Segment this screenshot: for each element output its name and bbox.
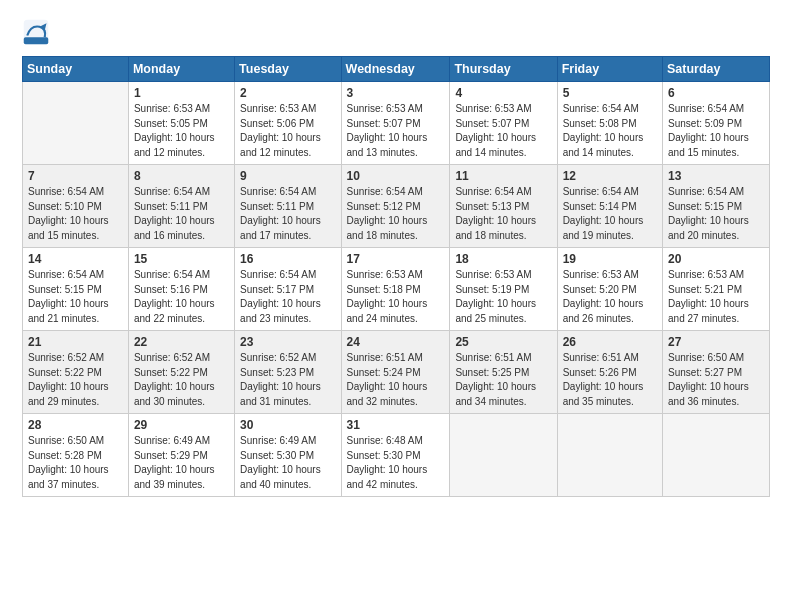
- calendar-cell: 25Sunrise: 6:51 AMSunset: 5:25 PMDayligh…: [450, 331, 557, 414]
- day-info: Sunrise: 6:54 AMSunset: 5:12 PMDaylight:…: [347, 185, 445, 243]
- day-number: 31: [347, 418, 445, 432]
- calendar-cell: 14Sunrise: 6:54 AMSunset: 5:15 PMDayligh…: [23, 248, 129, 331]
- day-info: Sunrise: 6:52 AMSunset: 5:23 PMDaylight:…: [240, 351, 335, 409]
- day-number: 2: [240, 86, 335, 100]
- calendar-cell: 8Sunrise: 6:54 AMSunset: 5:11 PMDaylight…: [128, 165, 234, 248]
- day-info: Sunrise: 6:53 AMSunset: 5:07 PMDaylight:…: [455, 102, 551, 160]
- day-number: 19: [563, 252, 657, 266]
- calendar-header-monday: Monday: [128, 57, 234, 82]
- calendar-header-row: SundayMondayTuesdayWednesdayThursdayFrid…: [23, 57, 770, 82]
- calendar-week-4: 21Sunrise: 6:52 AMSunset: 5:22 PMDayligh…: [23, 331, 770, 414]
- day-info: Sunrise: 6:52 AMSunset: 5:22 PMDaylight:…: [134, 351, 229, 409]
- day-number: 9: [240, 169, 335, 183]
- day-number: 6: [668, 86, 764, 100]
- calendar-cell: 6Sunrise: 6:54 AMSunset: 5:09 PMDaylight…: [663, 82, 770, 165]
- day-info: Sunrise: 6:54 AMSunset: 5:14 PMDaylight:…: [563, 185, 657, 243]
- calendar-cell: 29Sunrise: 6:49 AMSunset: 5:29 PMDayligh…: [128, 414, 234, 497]
- day-info: Sunrise: 6:53 AMSunset: 5:07 PMDaylight:…: [347, 102, 445, 160]
- day-info: Sunrise: 6:53 AMSunset: 5:21 PMDaylight:…: [668, 268, 764, 326]
- day-number: 22: [134, 335, 229, 349]
- calendar-cell: 7Sunrise: 6:54 AMSunset: 5:10 PMDaylight…: [23, 165, 129, 248]
- day-info: Sunrise: 6:50 AMSunset: 5:28 PMDaylight:…: [28, 434, 123, 492]
- calendar-cell: 21Sunrise: 6:52 AMSunset: 5:22 PMDayligh…: [23, 331, 129, 414]
- day-number: 27: [668, 335, 764, 349]
- day-info: Sunrise: 6:53 AMSunset: 5:20 PMDaylight:…: [563, 268, 657, 326]
- calendar-cell: 24Sunrise: 6:51 AMSunset: 5:24 PMDayligh…: [341, 331, 450, 414]
- day-number: 11: [455, 169, 551, 183]
- day-info: Sunrise: 6:53 AMSunset: 5:19 PMDaylight:…: [455, 268, 551, 326]
- day-info: Sunrise: 6:50 AMSunset: 5:27 PMDaylight:…: [668, 351, 764, 409]
- calendar-cell: 22Sunrise: 6:52 AMSunset: 5:22 PMDayligh…: [128, 331, 234, 414]
- calendar-header-sunday: Sunday: [23, 57, 129, 82]
- calendar-cell: 9Sunrise: 6:54 AMSunset: 5:11 PMDaylight…: [235, 165, 341, 248]
- page: SundayMondayTuesdayWednesdayThursdayFrid…: [0, 0, 792, 612]
- calendar-cell: 23Sunrise: 6:52 AMSunset: 5:23 PMDayligh…: [235, 331, 341, 414]
- calendar-cell: 1Sunrise: 6:53 AMSunset: 5:05 PMDaylight…: [128, 82, 234, 165]
- day-number: 8: [134, 169, 229, 183]
- day-info: Sunrise: 6:49 AMSunset: 5:30 PMDaylight:…: [240, 434, 335, 492]
- day-number: 21: [28, 335, 123, 349]
- day-number: 10: [347, 169, 445, 183]
- day-info: Sunrise: 6:54 AMSunset: 5:16 PMDaylight:…: [134, 268, 229, 326]
- calendar-cell: 4Sunrise: 6:53 AMSunset: 5:07 PMDaylight…: [450, 82, 557, 165]
- calendar-cell: 26Sunrise: 6:51 AMSunset: 5:26 PMDayligh…: [557, 331, 662, 414]
- day-number: 18: [455, 252, 551, 266]
- calendar-week-5: 28Sunrise: 6:50 AMSunset: 5:28 PMDayligh…: [23, 414, 770, 497]
- calendar: SundayMondayTuesdayWednesdayThursdayFrid…: [22, 56, 770, 497]
- day-info: Sunrise: 6:54 AMSunset: 5:08 PMDaylight:…: [563, 102, 657, 160]
- calendar-cell: 17Sunrise: 6:53 AMSunset: 5:18 PMDayligh…: [341, 248, 450, 331]
- calendar-cell: 12Sunrise: 6:54 AMSunset: 5:14 PMDayligh…: [557, 165, 662, 248]
- day-info: Sunrise: 6:54 AMSunset: 5:11 PMDaylight:…: [240, 185, 335, 243]
- calendar-week-2: 7Sunrise: 6:54 AMSunset: 5:10 PMDaylight…: [23, 165, 770, 248]
- day-info: Sunrise: 6:54 AMSunset: 5:17 PMDaylight:…: [240, 268, 335, 326]
- calendar-cell: 3Sunrise: 6:53 AMSunset: 5:07 PMDaylight…: [341, 82, 450, 165]
- calendar-cell: 27Sunrise: 6:50 AMSunset: 5:27 PMDayligh…: [663, 331, 770, 414]
- day-number: 3: [347, 86, 445, 100]
- calendar-cell: [450, 414, 557, 497]
- day-number: 26: [563, 335, 657, 349]
- calendar-header-saturday: Saturday: [663, 57, 770, 82]
- calendar-cell: 31Sunrise: 6:48 AMSunset: 5:30 PMDayligh…: [341, 414, 450, 497]
- day-number: 7: [28, 169, 123, 183]
- calendar-header-friday: Friday: [557, 57, 662, 82]
- calendar-cell: 11Sunrise: 6:54 AMSunset: 5:13 PMDayligh…: [450, 165, 557, 248]
- calendar-cell: 28Sunrise: 6:50 AMSunset: 5:28 PMDayligh…: [23, 414, 129, 497]
- day-number: 12: [563, 169, 657, 183]
- day-info: Sunrise: 6:51 AMSunset: 5:26 PMDaylight:…: [563, 351, 657, 409]
- calendar-header-tuesday: Tuesday: [235, 57, 341, 82]
- day-number: 28: [28, 418, 123, 432]
- day-number: 24: [347, 335, 445, 349]
- day-number: 30: [240, 418, 335, 432]
- header: [22, 18, 770, 46]
- calendar-cell: [23, 82, 129, 165]
- day-number: 5: [563, 86, 657, 100]
- calendar-cell: 30Sunrise: 6:49 AMSunset: 5:30 PMDayligh…: [235, 414, 341, 497]
- calendar-cell: 10Sunrise: 6:54 AMSunset: 5:12 PMDayligh…: [341, 165, 450, 248]
- day-info: Sunrise: 6:51 AMSunset: 5:24 PMDaylight:…: [347, 351, 445, 409]
- day-info: Sunrise: 6:54 AMSunset: 5:15 PMDaylight:…: [668, 185, 764, 243]
- day-number: 20: [668, 252, 764, 266]
- day-info: Sunrise: 6:54 AMSunset: 5:11 PMDaylight:…: [134, 185, 229, 243]
- day-info: Sunrise: 6:53 AMSunset: 5:05 PMDaylight:…: [134, 102, 229, 160]
- day-info: Sunrise: 6:51 AMSunset: 5:25 PMDaylight:…: [455, 351, 551, 409]
- calendar-cell: [557, 414, 662, 497]
- calendar-header-wednesday: Wednesday: [341, 57, 450, 82]
- calendar-cell: 2Sunrise: 6:53 AMSunset: 5:06 PMDaylight…: [235, 82, 341, 165]
- calendar-cell: 16Sunrise: 6:54 AMSunset: 5:17 PMDayligh…: [235, 248, 341, 331]
- day-number: 4: [455, 86, 551, 100]
- calendar-cell: 20Sunrise: 6:53 AMSunset: 5:21 PMDayligh…: [663, 248, 770, 331]
- logo: [22, 18, 54, 46]
- day-info: Sunrise: 6:53 AMSunset: 5:18 PMDaylight:…: [347, 268, 445, 326]
- day-number: 23: [240, 335, 335, 349]
- day-number: 1: [134, 86, 229, 100]
- day-info: Sunrise: 6:52 AMSunset: 5:22 PMDaylight:…: [28, 351, 123, 409]
- day-info: Sunrise: 6:54 AMSunset: 5:09 PMDaylight:…: [668, 102, 764, 160]
- day-number: 17: [347, 252, 445, 266]
- svg-rect-1: [24, 37, 49, 44]
- day-number: 25: [455, 335, 551, 349]
- day-number: 14: [28, 252, 123, 266]
- calendar-header-thursday: Thursday: [450, 57, 557, 82]
- calendar-week-1: 1Sunrise: 6:53 AMSunset: 5:05 PMDaylight…: [23, 82, 770, 165]
- calendar-cell: 18Sunrise: 6:53 AMSunset: 5:19 PMDayligh…: [450, 248, 557, 331]
- day-number: 15: [134, 252, 229, 266]
